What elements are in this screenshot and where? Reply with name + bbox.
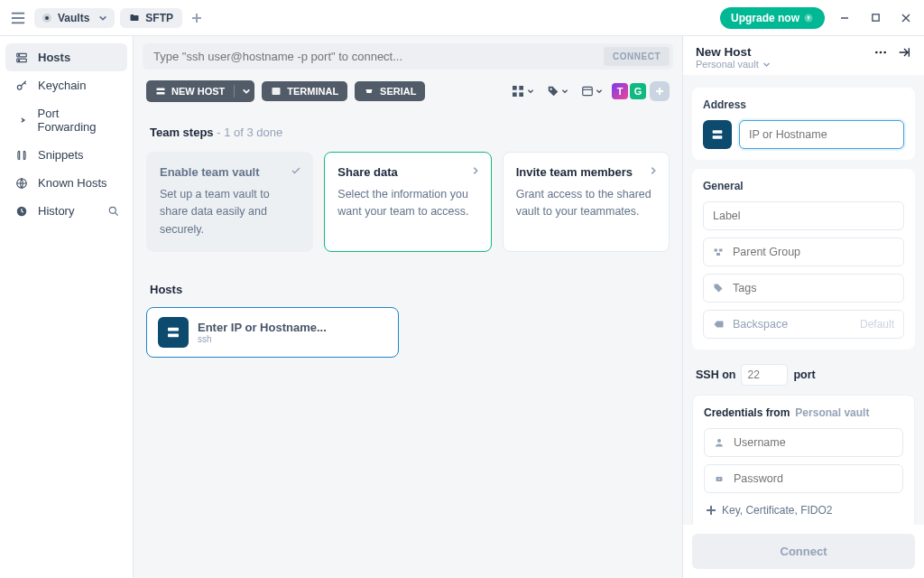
serial-button[interactable]: SERIAL [355,81,425,101]
tags-field[interactable] [703,274,904,303]
sidebar-item-portforwarding[interactable]: Port Forwarding [5,99,127,141]
svg-point-36 [170,335,171,337]
upgrade-button[interactable]: Upgrade now [720,7,825,29]
ssh-port-row: SSH on port [692,360,915,386]
folder-icon [129,13,140,23]
svg-point-15 [19,60,20,61]
label-field[interactable] [703,201,904,230]
sidebar-label: Snippets [38,148,84,162]
terminal-button[interactable]: TERMINAL [262,81,347,101]
window-minimize[interactable] [834,7,855,29]
plus-icon [706,505,716,516]
chevron-down-icon[interactable] [242,87,251,96]
server-icon [158,317,189,348]
svg-point-16 [17,85,22,89]
section-credentials: Credentials from Personal vault Key, Cer… [692,395,915,525]
clock-icon [14,205,29,218]
chevron-right-icon [471,165,480,176]
avatar[interactable]: T [610,81,630,101]
step-enable-team-vault[interactable]: Enable team vault Set up a team vault to… [146,152,313,252]
snippets-icon [14,149,29,162]
search-icon[interactable] [107,205,120,218]
address-input[interactable] [739,120,904,149]
add-member-button[interactable] [650,81,670,101]
svg-rect-21 [157,89,165,91]
chevron-down-icon [98,14,107,23]
connect-button[interactable]: CONNECT [604,47,670,66]
sidebar-item-knownhosts[interactable]: Known Hosts [5,169,127,197]
svg-point-38 [880,51,882,54]
arrow-up-icon [803,13,814,23]
sidebar-item-history[interactable]: History [5,197,127,225]
vaults-selector[interactable]: Vaults [34,8,115,28]
more-icon[interactable] [873,45,888,60]
host-card-new[interactable]: Enter IP or Hostname... ssh [146,307,399,358]
vault-icon [42,13,52,23]
tag-filter[interactable] [543,83,572,99]
backspace-field[interactable]: Backspace Default [703,310,904,339]
sidebar: Hosts Keychain Port Forwarding Snippets … [0,36,134,578]
chevron-down-icon [561,88,568,95]
window-close[interactable] [895,7,917,29]
serial-label: SERIAL [380,86,416,97]
window-maximize[interactable] [864,7,886,29]
password-icon [714,473,726,484]
check-icon [291,165,301,176]
user-icon [714,437,726,448]
section-general: General Backspace Default [692,169,915,350]
backspace-icon [713,319,725,330]
panel-title: New Host [696,45,873,59]
svg-rect-40 [713,130,723,133]
step-body: Grant access to the shared vault to your… [516,186,656,221]
svg-rect-44 [716,253,720,256]
step-title: Invite team members [516,165,656,179]
main-area: CONNECT NEW HOST TERMINAL SERIAL [134,36,682,578]
topbar: CONNECT [134,36,682,77]
username-field[interactable] [704,428,903,457]
chevron-down-icon [762,61,771,69]
sidebar-item-keychain[interactable]: Keychain [5,71,127,99]
layout-toggle[interactable] [578,83,606,99]
step-invite-members[interactable]: Invite team members Grant access to the … [503,152,670,252]
add-key-button[interactable]: Key, Certificate, FIDO2 [704,500,903,520]
quick-connect-input[interactable] [153,50,604,63]
sidebar-item-snippets[interactable]: Snippets [5,141,127,169]
port-input[interactable] [741,364,788,386]
hosts-icon [14,51,29,64]
password-field[interactable] [704,464,903,493]
svg-point-4 [45,16,49,20]
panel-vault-selector[interactable]: Personal vault [696,59,873,70]
section-label: Address [703,98,904,111]
server-icon [703,120,732,149]
svg-point-47 [718,479,720,480]
team-steps-heading: Team steps - 1 of 3 done [150,126,666,139]
parent-group-field[interactable] [703,238,904,266]
sftp-label: SFTP [145,12,173,24]
new-tab-button[interactable] [188,9,206,27]
step-title: Share data [337,165,477,179]
tab-sftp[interactable]: SFTP [120,8,182,28]
terminal-label: TERMINAL [287,86,338,97]
svg-point-37 [875,51,878,54]
svg-rect-23 [273,88,281,95]
step-title: Enable team vault [160,165,300,179]
chevron-down-icon [527,88,534,95]
svg-rect-42 [715,249,718,252]
svg-rect-25 [519,86,523,90]
svg-rect-43 [719,249,723,252]
menu-icon[interactable] [7,7,29,29]
cred-vault-selector[interactable]: Personal vault [795,406,869,419]
svg-point-39 [883,51,886,54]
svg-point-14 [19,54,20,55]
view-grid-toggle[interactable] [507,82,538,100]
collapse-panel-icon[interactable] [897,45,911,60]
new-host-button[interactable]: NEW HOST [146,80,254,102]
step-share-data[interactable]: Share data Select the information you wa… [324,152,491,252]
svg-point-19 [109,207,116,213]
key-icon [14,79,29,92]
quick-connect-bar[interactable]: CONNECT [143,43,673,70]
titlebar: Vaults SFTP Upgrade now [0,0,924,36]
panel-connect-button[interactable]: Connect [692,534,915,569]
avatar[interactable]: G [628,81,648,101]
sidebar-item-hosts[interactable]: Hosts [5,43,127,71]
